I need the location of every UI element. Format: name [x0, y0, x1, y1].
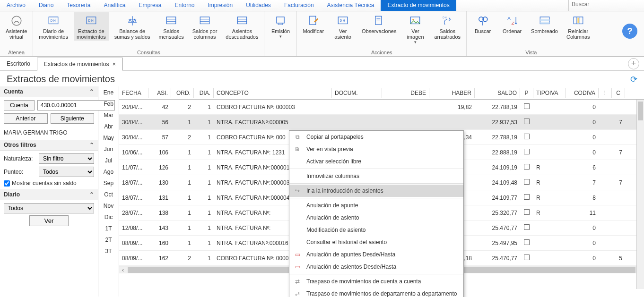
month-item[interactable]: Mar: [104, 112, 113, 119]
extracto-movimientos-button[interactable]: D HExtracto de movimientos: [74, 12, 109, 41]
column-header[interactable]: ORD.: [171, 88, 194, 98]
menu-impresion[interactable]: Impresión: [201, 0, 239, 11]
punteo-checkbox[interactable]: [524, 209, 530, 215]
column-header[interactable]: FECHA: [119, 88, 148, 98]
punteo-select[interactable]: Todos: [39, 167, 94, 177]
month-item[interactable]: 2T: [105, 237, 112, 243]
ver-button[interactable]: Ver: [29, 215, 68, 226]
balance-sumas-saldos-button[interactable]: Balance de sumas y saldos: [112, 12, 153, 41]
sombreado-button[interactable]: Sombreado: [528, 12, 561, 35]
modificar-button[interactable]: Modificar: [300, 12, 327, 35]
reiniciar-columnas-button[interactable]: Reiniciar Columnas: [564, 12, 593, 41]
cuenta-lookup-button[interactable]: Cuenta: [4, 100, 35, 110]
column-header[interactable]: SALDO: [475, 88, 520, 98]
chevron-down-icon[interactable]: ▾: [279, 34, 282, 39]
siguiente-button[interactable]: Siguiente: [51, 113, 95, 124]
chevron-up-icon[interactable]: ⌃: [89, 191, 94, 198]
menu-diario[interactable]: Diario: [32, 0, 60, 11]
month-item[interactable]: Feb: [104, 101, 113, 107]
scroll-left-icon[interactable]: ‹: [119, 267, 127, 273]
column-header[interactable]: !: [599, 88, 612, 98]
context-menu-item[interactable]: Activar selección libre: [289, 155, 463, 168]
vertical-scrollbar[interactable]: [636, 100, 644, 289]
column-header[interactable]: HABER: [429, 88, 475, 98]
month-item[interactable]: Dic: [104, 214, 113, 221]
context-menu-item[interactable]: Inmovilizar columnas: [289, 170, 463, 182]
menu-asistencia[interactable]: Asistencia Técnica: [321, 0, 381, 11]
punteo-checkbox[interactable]: [524, 255, 530, 260]
context-menu-item[interactable]: ⧉Copiar al portapapeles: [289, 131, 463, 143]
month-item[interactable]: Jun: [104, 146, 113, 153]
punteo-checkbox[interactable]: [524, 134, 530, 139]
diario-select[interactable]: Todos: [4, 203, 94, 213]
table-row[interactable]: 30/04/...5611NTRA. FACTURANº:00000522.93…: [119, 115, 644, 130]
menu-utilidades[interactable]: Utilidades: [239, 0, 278, 11]
mostrar-sin-saldo-checkbox[interactable]: Mostrar cuentas sin saldo: [4, 180, 94, 187]
context-menu-item[interactable]: ⇄Traspaso de movimientos de cuenta a cue…: [289, 275, 463, 288]
context-menu-item[interactable]: ▭Anulación de apuntes Desde/Hasta: [289, 248, 463, 261]
punteo-checkbox[interactable]: [524, 179, 530, 185]
asistente-virtual-button[interactable]: Asistente virtual: [3, 12, 30, 41]
close-icon[interactable]: ×: [113, 61, 116, 68]
month-item[interactable]: 3T: [105, 248, 112, 255]
diario-movimientos-button[interactable]: D HDiario de movimientos: [36, 12, 71, 41]
column-header[interactable]: CODIVA: [566, 88, 599, 98]
column-header[interactable]: TIPOIVA: [533, 88, 566, 98]
menu-extracto-movimientos[interactable]: Extracto de movimientos: [381, 0, 456, 11]
chevron-up-icon[interactable]: ⌃: [89, 142, 94, 148]
column-header[interactable]: DIA.: [194, 88, 214, 98]
context-menu-item[interactable]: Anulación de asiento: [289, 212, 463, 224]
column-header[interactable]: ASI.: [148, 88, 171, 98]
add-tab-button[interactable]: +: [628, 58, 639, 69]
punteo-checkbox[interactable]: [524, 164, 530, 170]
anterior-button[interactable]: Anterior: [4, 113, 48, 124]
observaciones-button[interactable]: Observaciones: [359, 12, 399, 35]
month-item[interactable]: Ago: [104, 169, 113, 175]
context-menu-item[interactable]: Anulación de apunte: [289, 199, 463, 212]
menu-entorno[interactable]: Entorno: [168, 0, 201, 11]
month-item[interactable]: May: [103, 135, 114, 141]
table-row[interactable]: 20/04/...4221COBRO FACTURA Nº: 00000319,…: [119, 100, 644, 115]
saldos-columnas-button[interactable]: Saldos por columnas: [190, 12, 220, 41]
context-menu-item[interactable]: 🗎Ver en vista previa: [289, 143, 463, 155]
emision-button[interactable]: Emisión▾: [267, 12, 294, 40]
mostrar-sin-saldo-input[interactable]: [4, 180, 10, 187]
menu-archivo[interactable]: Archivo: [0, 0, 32, 11]
punteo-checkbox[interactable]: [524, 119, 530, 124]
punteo-checkbox[interactable]: [524, 103, 530, 109]
month-item[interactable]: 1T: [105, 225, 112, 232]
month-item[interactable]: Oct: [104, 191, 113, 198]
ver-imagen-button[interactable]: Ver imagen▾: [402, 12, 428, 45]
punteo-checkbox[interactable]: [524, 149, 530, 154]
column-header[interactable]: CONCEPTO: [214, 88, 332, 98]
column-header[interactable]: DOCUM.: [332, 88, 382, 98]
column-header[interactable]: DEBE: [382, 88, 429, 98]
saldos-mensuales-button[interactable]: Saldos mensuales: [156, 12, 187, 41]
punteo-checkbox[interactable]: [524, 239, 530, 245]
context-menu-item[interactable]: ▭Anulación de asientos Desde/Hasta: [289, 261, 463, 273]
column-header[interactable]: P: [520, 88, 533, 98]
ver-asiento-button[interactable]: D HVer asiento: [330, 12, 356, 41]
column-header[interactable]: C: [612, 88, 625, 98]
chevron-down-icon[interactable]: ▾: [414, 40, 417, 44]
refresh-icon[interactable]: ⟳: [630, 74, 637, 85]
punteo-checkbox[interactable]: [524, 224, 530, 230]
context-menu-item[interactable]: ↪Ir a la introducción de asientos: [289, 185, 463, 197]
asientos-descuadrados-button[interactable]: Asientos descuadrados: [223, 12, 261, 41]
context-menu-item[interactable]: Modificación de asiento: [289, 224, 463, 236]
context-menu-item[interactable]: Consultar el historial del asiento: [289, 236, 463, 248]
help-icon[interactable]: ?: [622, 24, 637, 39]
naturaleza-select[interactable]: Sin filtro: [39, 153, 94, 164]
menu-analitica[interactable]: Analítica: [97, 0, 132, 11]
menu-tesoreria[interactable]: Tesorería: [60, 0, 97, 11]
context-menu-item[interactable]: ⇄Traspaso de movimientos de departamento…: [289, 288, 463, 297]
buscar-button[interactable]: Buscar: [470, 12, 496, 35]
menu-empresa[interactable]: Empresa: [132, 0, 168, 11]
month-item[interactable]: Abr: [104, 123, 113, 130]
month-item[interactable]: Sep: [104, 180, 113, 187]
saldos-arrastrados-button[interactable]: D HSaldos arrastrados: [431, 12, 463, 41]
menu-facturacion[interactable]: Facturación: [278, 0, 321, 11]
month-item[interactable]: Jul: [105, 157, 112, 164]
month-item[interactable]: Ene: [104, 89, 113, 96]
tab-extractos-movimientos[interactable]: Extractos de movimientos ×: [37, 58, 123, 71]
